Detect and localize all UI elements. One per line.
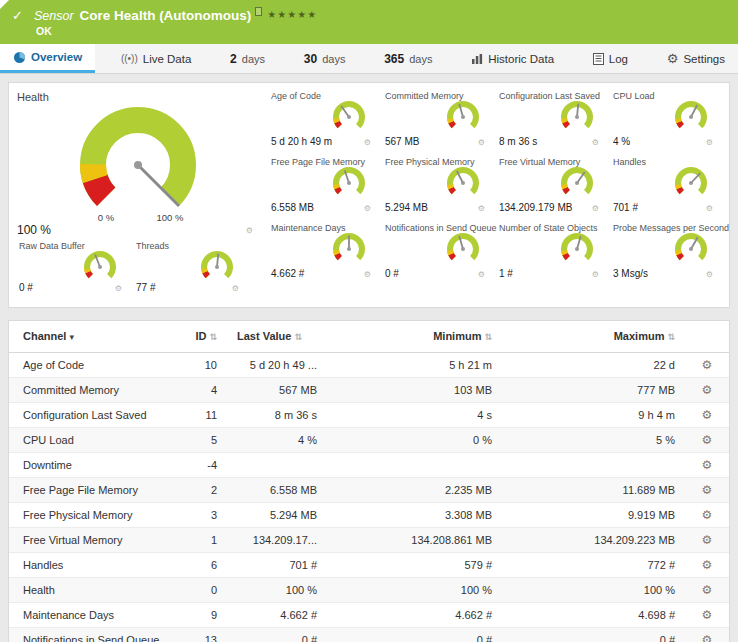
- channel-settings-icon[interactable]: ⚙: [702, 433, 713, 447]
- cell-minimum: [327, 452, 502, 477]
- table-row[interactable]: Downtime -4 ⚙: [9, 452, 729, 477]
- gauge-settings-icon[interactable]: ⚙: [364, 138, 373, 147]
- sort-icon: ⇅: [484, 332, 492, 342]
- table-row[interactable]: Free Virtual Memory 1 134.209.17... 134.…: [9, 527, 729, 552]
- tab-365-days[interactable]: 365 days: [371, 44, 445, 73]
- gauge-value: 77 #: [136, 282, 155, 293]
- table-row[interactable]: Age of Code 10 5 d 20 h 49 ... 5 h 21 m …: [9, 352, 729, 377]
- gauge-settings-icon[interactable]: ⚙: [592, 204, 601, 213]
- gear-icon: ⚙: [667, 51, 679, 66]
- cell-last-value: 0 #: [227, 627, 327, 642]
- tab-historic-data[interactable]: Historic Data: [458, 44, 567, 73]
- table-row[interactable]: CPU Load 5 4 % 0 % 5 % ⚙: [9, 427, 729, 452]
- tab-overview[interactable]: Overview: [0, 44, 95, 73]
- channel-settings-icon[interactable]: ⚙: [702, 508, 713, 522]
- gauge-settings-icon[interactable]: ⚙: [232, 284, 241, 293]
- column-header-id[interactable]: ID⇅: [179, 321, 227, 352]
- sort-icon: ⇅: [209, 332, 217, 342]
- channel-settings-icon[interactable]: ⚙: [702, 633, 713, 642]
- tab-label: Overview: [31, 51, 82, 63]
- channel-settings-icon[interactable]: ⚙: [702, 458, 713, 472]
- channel-table: Channel▾ ID⇅ Last Value⇅ Minimum⇅ Maximu…: [9, 321, 729, 642]
- channel-settings-icon[interactable]: ⚙: [702, 533, 713, 547]
- gauge-settings-icon[interactable]: ⚙: [478, 138, 487, 147]
- gauge-value: 100 %: [17, 223, 51, 237]
- gauge-settings-icon[interactable]: ⚙: [706, 138, 715, 147]
- cell-id: 6: [179, 552, 227, 577]
- scale-max-label: 100 %: [157, 212, 184, 223]
- gauge-value: 0 #: [385, 268, 399, 279]
- priority-stars[interactable]: ★★★★★: [267, 9, 317, 20]
- column-header-maximum[interactable]: Maximum⇅: [502, 321, 685, 352]
- gauge-value: 4.662 #: [271, 268, 304, 279]
- table-row[interactable]: Notifications in Send Queue 13 0 # 0 # 0…: [9, 627, 729, 642]
- gauge-needle: [217, 254, 218, 267]
- gauge-settings-icon[interactable]: ⚙: [592, 270, 601, 279]
- cell-minimum: 0 #: [327, 627, 502, 642]
- gauge-value: 3 Msg/s: [613, 268, 648, 279]
- channel-settings-icon[interactable]: ⚙: [702, 358, 713, 372]
- cell-channel: CPU Load: [9, 427, 179, 452]
- cell-last-value: 100 %: [227, 577, 327, 602]
- health-gauge: 0 % 100 %: [53, 93, 223, 228]
- gauge-settings-icon[interactable]: ⚙: [246, 226, 255, 235]
- cell-id: 3: [179, 502, 227, 527]
- cell-minimum: 4 s: [327, 402, 502, 427]
- gauge-settings-icon[interactable]: ⚙: [592, 138, 601, 147]
- column-header-actions: [685, 321, 729, 352]
- cell-channel: Downtime: [9, 452, 179, 477]
- gauge-value: 4 %: [613, 136, 630, 147]
- channel-settings-icon[interactable]: ⚙: [702, 583, 713, 597]
- gauges-panel: Health 0 % 100 % 100 % ⚙ Raw Data: [8, 82, 730, 308]
- column-header-last-value[interactable]: Last Value⇅: [227, 321, 327, 352]
- gauge-label: Maintenance Days: [271, 223, 346, 233]
- table-row[interactable]: Free Physical Memory 3 5.294 MB 3.308 MB…: [9, 502, 729, 527]
- cell-channel: Age of Code: [9, 352, 179, 377]
- cell-id: 5: [179, 427, 227, 452]
- cell-last-value: 4.662 #: [227, 602, 327, 627]
- table-row[interactable]: Maintenance Days 9 4.662 # 4.662 # 4.698…: [9, 602, 729, 627]
- cell-channel: Configuration Last Saved: [9, 402, 179, 427]
- channel-settings-icon[interactable]: ⚙: [702, 408, 713, 422]
- gauge-label: Handles: [613, 157, 646, 167]
- tab-live-data[interactable]: ((•)) Live Data: [108, 44, 204, 73]
- column-header-channel[interactable]: Channel▾: [9, 321, 179, 352]
- cell-minimum: 2.235 MB: [327, 477, 502, 502]
- table-row[interactable]: Handles 6 701 # 579 # 772 # ⚙: [9, 552, 729, 577]
- gauge-tile-threads: Threads 77 # ⚙: [132, 239, 249, 301]
- channel-settings-icon[interactable]: ⚙: [702, 483, 713, 497]
- tab-2-days[interactable]: 2 days: [217, 44, 278, 73]
- column-header-minimum[interactable]: Minimum⇅: [327, 321, 502, 352]
- gauge-value: 5 d 20 h 49 m: [271, 136, 332, 147]
- gauge-bottom-row: Raw Data Buffer 0 # ⚙ Threads: [15, 239, 265, 301]
- gauge-settings-icon[interactable]: ⚙: [364, 270, 373, 279]
- table-row[interactable]: Health 0 100 % 100 % 100 % ⚙: [9, 577, 729, 602]
- channel-settings-icon[interactable]: ⚙: [702, 608, 713, 622]
- gauge-settings-icon[interactable]: ⚙: [706, 204, 715, 213]
- gauge-label: Committed Memory: [385, 91, 464, 101]
- cell-last-value: 4 %: [227, 427, 327, 452]
- gauge-label: Health: [17, 91, 49, 103]
- tab-unit: days: [409, 53, 432, 65]
- table-row[interactable]: Configuration Last Saved 11 8 m 36 s 4 s…: [9, 402, 729, 427]
- cell-minimum: 100 %: [327, 577, 502, 602]
- gauge-settings-icon[interactable]: ⚙: [478, 270, 487, 279]
- tab-unit: days: [242, 53, 265, 65]
- gauge-settings-icon[interactable]: ⚙: [115, 284, 124, 293]
- gauge-settings-icon[interactable]: ⚙: [478, 204, 487, 213]
- gauge-settings-icon[interactable]: ⚙: [706, 270, 715, 279]
- table-row[interactable]: Free Page File Memory 2 6.558 MB 2.235 M…: [9, 477, 729, 502]
- cell-minimum: 134.208.861 MB: [327, 527, 502, 552]
- gauge-needle: [577, 104, 578, 117]
- tab-30-days[interactable]: 30 days: [291, 44, 359, 73]
- gauge-settings-icon[interactable]: ⚙: [364, 204, 373, 213]
- gauge-label: Free Page File Memory: [271, 157, 365, 167]
- gauge-value: 8 m 36 s: [499, 136, 537, 147]
- channel-settings-icon[interactable]: ⚙: [702, 383, 713, 397]
- tab-settings[interactable]: ⚙ Settings: [654, 44, 738, 73]
- tab-log[interactable]: Log: [580, 44, 641, 73]
- table-header-row: Channel▾ ID⇅ Last Value⇅ Minimum⇅ Maximu…: [9, 321, 729, 352]
- channel-settings-icon[interactable]: ⚙: [702, 558, 713, 572]
- table-row[interactable]: Committed Memory 4 567 MB 103 MB 777 MB …: [9, 377, 729, 402]
- cell-last-value: 5.294 MB: [227, 502, 327, 527]
